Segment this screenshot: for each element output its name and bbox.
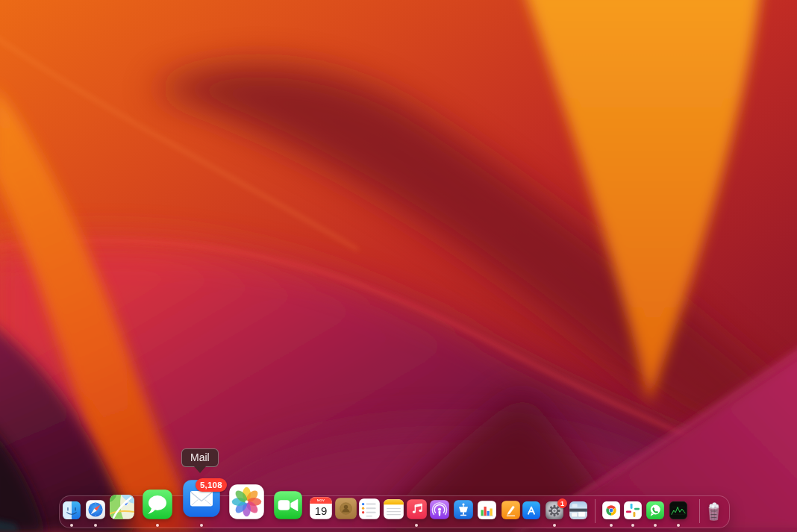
desktop[interactable]: 5,108 NOV 19 1 Mail <box>0 0 797 532</box>
dock-item-monitor[interactable] <box>669 501 687 519</box>
dock-item-trash[interactable] <box>704 501 724 522</box>
dock-item-notes[interactable] <box>384 499 404 519</box>
podcasts-icon <box>430 500 449 519</box>
dock-item-finder[interactable] <box>63 501 81 519</box>
tooltip-arrow-icon <box>194 466 206 473</box>
activity-graph-icon <box>669 501 687 519</box>
dock-item-calendar[interactable]: NOV 19 <box>310 497 332 519</box>
dock-item-podcasts[interactable] <box>430 500 449 519</box>
dock-item-maps[interactable] <box>110 495 134 519</box>
dock-item-appstore[interactable] <box>522 501 540 519</box>
mission-control-icon <box>569 501 587 519</box>
facetime-icon <box>274 491 302 519</box>
calendar-day-label: 19 <box>315 504 328 517</box>
finder-icon <box>63 501 81 519</box>
app-store-icon <box>522 501 540 519</box>
dock-item-photos[interactable] <box>229 484 264 519</box>
calendar-month-label: NOV <box>317 498 325 502</box>
running-indicator-slack <box>631 524 634 527</box>
numbers-icon <box>478 501 496 519</box>
safari-icon <box>86 500 105 519</box>
running-indicator-mail <box>200 524 203 527</box>
dock-item-facetime[interactable] <box>274 491 302 519</box>
running-indicator-settings <box>553 524 556 527</box>
dock-item-contacts[interactable] <box>335 498 357 519</box>
dock-item-reminders[interactable] <box>359 498 380 519</box>
running-indicator-whatsapp <box>654 524 657 527</box>
contacts-icon <box>335 498 357 519</box>
dock-item-slack[interactable] <box>624 501 642 519</box>
dock-item-mail[interactable]: 5,108 <box>183 480 220 517</box>
dock-item-pages[interactable] <box>501 501 520 519</box>
dock-item-safari[interactable] <box>86 500 105 519</box>
running-indicator-monitor <box>677 524 680 527</box>
messages-icon <box>143 489 172 519</box>
dock-item-music[interactable] <box>407 499 427 519</box>
running-indicator-chrome <box>610 524 613 527</box>
running-indicator-music <box>415 524 418 527</box>
slack-icon <box>624 501 642 519</box>
running-indicator-finder <box>70 524 73 527</box>
dock-item-settings[interactable]: 1 <box>546 501 563 519</box>
dock-item-whatsapp[interactable] <box>646 501 664 519</box>
music-icon <box>407 499 427 519</box>
running-indicator-safari <box>94 524 97 527</box>
dock-items: 5,108 NOV 19 1 <box>0 0 797 532</box>
dock-separator <box>699 499 700 523</box>
pages-icon <box>501 501 520 519</box>
whatsapp-icon <box>646 501 664 519</box>
keynote-icon <box>454 500 473 519</box>
dock-separator <box>595 499 596 523</box>
trash-icon <box>704 501 724 522</box>
reminders-icon <box>359 498 380 519</box>
dock-item-chrome[interactable] <box>602 501 620 519</box>
maps-icon <box>110 495 134 519</box>
photos-icon <box>229 484 264 519</box>
calendar-icon: NOV 19 <box>310 497 332 519</box>
chrome-icon <box>602 501 620 519</box>
dock-tooltip-label: Mail <box>190 451 210 463</box>
dock-item-keynote[interactable] <box>454 500 473 519</box>
dock-item-messages[interactable] <box>143 489 172 519</box>
running-indicator-messages <box>156 524 159 527</box>
dock-tooltip: Mail <box>181 448 219 467</box>
dock-item-numbers[interactable] <box>478 501 496 519</box>
settings-badge: 1 <box>557 498 567 508</box>
notes-icon <box>384 499 404 519</box>
dock-item-mission[interactable] <box>569 501 587 519</box>
mail-badge: 5,108 <box>196 478 227 492</box>
